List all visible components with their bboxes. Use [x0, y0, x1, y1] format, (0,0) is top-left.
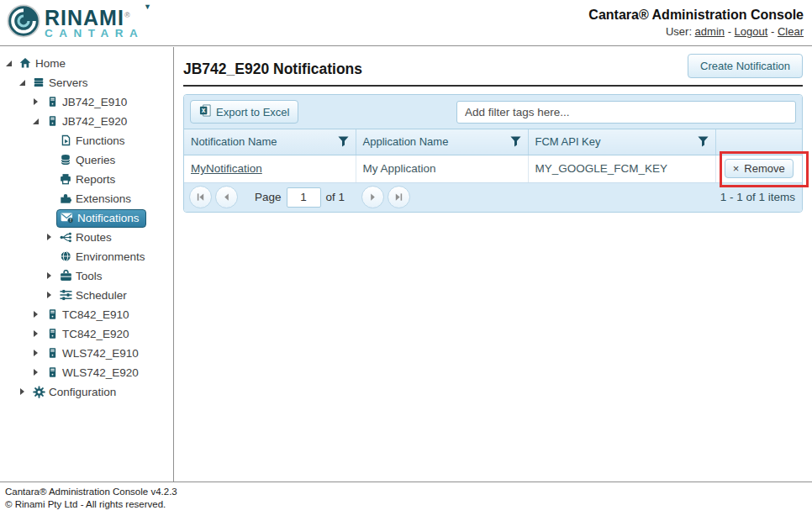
- logo-sub-text: CANTARA: [45, 27, 144, 39]
- tree-item-label: Routes: [76, 231, 112, 244]
- tree-collapsed-arrow-icon[interactable]: [31, 329, 40, 339]
- logout-link[interactable]: Logout: [735, 25, 768, 38]
- tree-item-jb742-e910[interactable]: JB742_E910: [0, 92, 173, 112]
- application-name-cell: My Application: [356, 155, 528, 182]
- table-row: MyNotification My Application MY_GOOGLE_…: [184, 155, 802, 182]
- tree-item-label: Reports: [76, 173, 115, 186]
- tree-item-wls742-e910[interactable]: WLS742_E910: [0, 344, 173, 363]
- console-title: Cantara® Administration Console: [588, 8, 804, 23]
- column-header-fcm-api-key[interactable]: FCM API Key: [528, 129, 715, 155]
- tree-arrow-spacer: [45, 194, 54, 203]
- tree-item-label: Extensions: [76, 192, 131, 205]
- grid-toolbar: x Export to Excel: [184, 95, 802, 129]
- tree-item-tools[interactable]: Tools: [0, 266, 173, 286]
- close-icon: ×: [733, 163, 740, 174]
- filter-icon[interactable]: [510, 136, 521, 147]
- filter-tags-input[interactable]: [456, 101, 796, 124]
- first-page-button[interactable]: [189, 186, 212, 208]
- printer-icon: [58, 173, 73, 185]
- page-label: Page: [255, 191, 282, 203]
- tree-item-label: JB742_E920: [62, 115, 127, 128]
- tree-collapsed-arrow-icon[interactable]: [45, 291, 54, 300]
- next-page-button[interactable]: [361, 186, 384, 208]
- home-icon: [18, 57, 33, 69]
- tree-item-jb742-e920[interactable]: JB742_E920: [0, 112, 173, 131]
- logo-brand-text: RINAMI®: [45, 6, 144, 27]
- toolbox-icon: [58, 270, 73, 282]
- tree-item-wls742-e920[interactable]: WLS742_E920: [0, 363, 173, 382]
- tree-item-notifications[interactable]: !Notifications: [0, 208, 173, 228]
- tree-item-label: Scheduler: [76, 289, 127, 302]
- tree-item-home[interactable]: Home: [0, 54, 173, 73]
- footer-copyright-text: © Rinami Pty Ltd - All rights reserved.: [5, 498, 812, 511]
- tree-item-servers[interactable]: Servers: [0, 73, 173, 92]
- tree-collapsed-arrow-icon[interactable]: [45, 233, 54, 242]
- globe-icon: [58, 250, 73, 262]
- create-notification-button[interactable]: Create Notification: [688, 54, 803, 78]
- tree-item-scheduler[interactable]: Scheduler: [0, 286, 173, 305]
- gear-icon: [31, 386, 46, 398]
- tree-item-extensions[interactable]: Extensions: [0, 189, 173, 208]
- column-header-actions: [715, 129, 802, 155]
- tree-collapsed-arrow-icon[interactable]: [31, 368, 40, 377]
- previous-page-button[interactable]: [215, 186, 238, 208]
- tree-item-label: WLS742_E910: [62, 347, 139, 360]
- server-icon: [45, 328, 60, 339]
- function-icon: [58, 134, 73, 146]
- tree-item-tc842-e920[interactable]: TC842_E920: [0, 324, 173, 344]
- tree-collapsed-arrow-icon[interactable]: [31, 97, 40, 107]
- remove-button[interactable]: × Remove: [725, 159, 794, 178]
- tree-item-label: Environments: [76, 250, 145, 263]
- user-admin-link[interactable]: admin: [695, 25, 725, 38]
- tree-collapsed-arrow-icon[interactable]: [31, 349, 40, 358]
- server-icon: [45, 115, 60, 127]
- clear-link[interactable]: Clear: [778, 25, 804, 38]
- tree-expanded-arrow-icon[interactable]: [31, 117, 40, 126]
- page-number-input[interactable]: [287, 187, 321, 208]
- logo-caret-icon: ▼: [144, 3, 151, 11]
- tree-item-label: Configuration: [49, 386, 116, 398]
- tree-item-configuration[interactable]: Configuration: [0, 382, 173, 402]
- column-header-application-name[interactable]: Application Name: [356, 129, 528, 155]
- tree-item-label: WLS742_E920: [62, 366, 139, 379]
- tree-collapsed-arrow-icon[interactable]: [31, 310, 40, 319]
- rinami-cantara-logo: ▼ RINAMI® CANTARA: [7, 4, 144, 41]
- export-to-excel-button[interactable]: x Export to Excel: [190, 100, 298, 124]
- column-header-notification-name[interactable]: Notification Name: [184, 129, 356, 155]
- last-page-button[interactable]: [388, 186, 410, 208]
- tree-collapsed-arrow-icon[interactable]: [18, 387, 27, 397]
- items-count-text: 1 - 1 of 1 items: [720, 191, 795, 203]
- tree-arrow-spacer: [45, 252, 54, 261]
- tree-collapsed-arrow-icon[interactable]: [45, 271, 54, 281]
- tree-item-label: Notifications: [77, 212, 140, 224]
- tree-item-label: TC842_E910: [62, 308, 129, 321]
- footer-version-text: Cantara® Administration Console v4.2.3: [5, 486, 812, 498]
- server-icon: [45, 308, 60, 320]
- tree-expanded-arrow-icon[interactable]: [4, 59, 13, 68]
- tree-item-queries[interactable]: Queries: [0, 150, 173, 170]
- app-footer: Cantara® Administration Console v4.2.3 ©…: [0, 482, 812, 521]
- notifications-table: Notification Name Application Name FCM A…: [184, 129, 802, 183]
- filter-icon[interactable]: [698, 136, 709, 147]
- puzzle-icon: [58, 192, 73, 204]
- svg-text:x: x: [202, 106, 206, 114]
- svg-text:!: !: [70, 218, 71, 223]
- filter-icon[interactable]: [338, 136, 349, 147]
- page-title: JB742_E920 Notifications: [183, 54, 362, 78]
- tree-expanded-arrow-icon[interactable]: [18, 78, 27, 87]
- app-header: ▼ RINAMI® CANTARA Cantara® Administratio…: [0, 0, 812, 46]
- tree-item-environments[interactable]: Environments: [0, 247, 173, 266]
- main-content: JB742_E920 Notifications Create Notifica…: [175, 47, 812, 482]
- page-of-label: of 1: [326, 191, 345, 203]
- tree-arrow-spacer: [45, 136, 54, 145]
- pager: Page of 1 1 - 1 of 1 items: [184, 183, 802, 212]
- server-icon: [45, 366, 60, 378]
- notification-name-link[interactable]: MyNotification: [191, 162, 262, 175]
- fcm-api-key-cell: MY_GOOGLE_FCM_KEY: [528, 155, 715, 182]
- tree-item-label: Queries: [76, 154, 115, 166]
- tree-item-tc842-e910[interactable]: TC842_E910: [0, 305, 173, 324]
- tree-item-functions[interactable]: Functions: [0, 131, 173, 150]
- tree-item-reports[interactable]: Reports: [0, 170, 173, 189]
- tree-item-routes[interactable]: Routes: [0, 228, 173, 247]
- notification-icon: !: [60, 212, 75, 224]
